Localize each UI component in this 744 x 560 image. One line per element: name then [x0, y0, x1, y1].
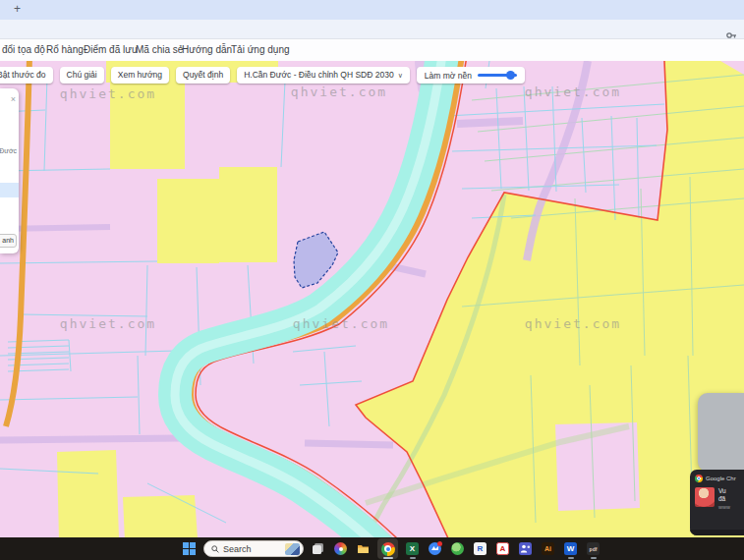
- panel-text-fragment: Đước: [0, 147, 17, 154]
- direction-button[interactable]: Xem hướng: [111, 67, 169, 84]
- photos-app-icon[interactable]: [332, 538, 349, 559]
- svg-text:qhviet.com: qhviet.com: [60, 86, 156, 101]
- task-view-icon[interactable]: [310, 538, 326, 559]
- notification-footer: [690, 530, 744, 535]
- acrobat-app-icon[interactable]: A: [494, 538, 511, 559]
- file-explorer-icon[interactable]: [355, 538, 372, 559]
- panel-highlight-row[interactable]: [0, 183, 19, 197]
- messenger-icon[interactable]: [427, 538, 443, 559]
- chrome-icon: [695, 475, 703, 482]
- nav-item-doi-toa-do[interactable]: đổi tọa độ: [2, 39, 45, 61]
- nav-item-ma-chia-se[interactable]: Mã chia sẻ: [136, 39, 183, 61]
- notification-app-name: Google Chr: [706, 476, 736, 481]
- panel-button-fragment[interactable]: anh: [0, 234, 17, 248]
- left-panel: × Đước anh: [0, 88, 19, 253]
- nav-item-tai-ung-dung[interactable]: Tải ứng dụng: [231, 39, 290, 61]
- notification-line2: đã: [718, 495, 730, 503]
- search-icon: [211, 545, 219, 553]
- site-nav: đổi tọa độ Rổ hàng Điểm đã lưu Mã chia s…: [0, 39, 744, 61]
- browser-toolbar: [0, 20, 744, 39]
- nav-item-huong-dan[interactable]: Hướng dẫn: [182, 39, 232, 61]
- screen: + đổi tọa độ Rổ hàng Điểm đã lưu Mã chia…: [0, 0, 744, 560]
- notification-header: Google Chr: [695, 475, 742, 482]
- decision-button[interactable]: Quyết định: [176, 67, 230, 84]
- nav-item-diem-da-luu[interactable]: Điểm đã lưu: [84, 39, 138, 61]
- word-icon[interactable]: W: [562, 538, 579, 559]
- svg-text:qhviet.com: qhviet.com: [525, 84, 621, 99]
- zoning-map[interactable]: qhviet.com qhviet.com qhviet.com qhviet.…: [0, 61, 744, 560]
- chrome-icon[interactable]: [377, 538, 398, 559]
- notification-body: Vu đã www: [695, 487, 742, 511]
- coccoc-browser-icon[interactable]: [449, 538, 466, 559]
- notification-url: www: [718, 503, 730, 511]
- nav-item-ro-hang[interactable]: Rổ hàng: [46, 39, 84, 61]
- opacity-slider-knob[interactable]: [506, 71, 515, 80]
- layer-selector[interactable]: H.Cần Đước - Điều chỉnh QH SDĐ 2030∨: [237, 67, 410, 84]
- opacity-label: Làm mờ nền: [425, 71, 472, 81]
- chrome-notification[interactable]: Google Chr Vu đã www: [690, 470, 744, 535]
- teams-icon[interactable]: [517, 538, 534, 559]
- opacity-slider[interactable]: [478, 74, 517, 77]
- svg-text:qhviet.com: qhviet.com: [293, 316, 389, 331]
- r-app-icon[interactable]: R: [472, 538, 488, 559]
- legend-button[interactable]: Chú giải: [60, 67, 104, 84]
- illustrator-icon[interactable]: Ai: [540, 538, 556, 559]
- close-icon[interactable]: ×: [11, 94, 16, 104]
- excel-icon[interactable]: X: [404, 538, 421, 559]
- taskbar: Search X: [0, 537, 744, 560]
- svg-text:qhviet.com: qhviet.com: [291, 84, 387, 99]
- measure-button[interactable]: Bật thước đo: [0, 67, 53, 84]
- chevron-down-icon: ∨: [398, 72, 403, 79]
- search-input[interactable]: Search: [203, 540, 304, 557]
- new-tab-button[interactable]: +: [14, 2, 21, 16]
- pdf-app-icon[interactable]: pdf: [585, 538, 601, 559]
- opacity-control: Làm mờ nền: [417, 67, 525, 84]
- map-area[interactable]: qhviet.com qhviet.com qhviet.com qhviet.…: [0, 61, 744, 560]
- notification-thumbnail: [695, 487, 715, 507]
- layer-selector-label: H.Cần Đước - Điều chỉnh QH SDĐ 2030: [244, 70, 394, 80]
- start-button[interactable]: [181, 538, 198, 559]
- svg-text:qhviet.com: qhviet.com: [60, 316, 156, 331]
- search-placeholder: Search: [223, 544, 281, 554]
- map-toolbar: Bật thước đo Chú giải Xem hướng Quyết đị…: [0, 67, 525, 84]
- preview-window[interactable]: [698, 393, 744, 472]
- notification-line1: Vu: [718, 487, 730, 495]
- browser-tabstrip: +: [0, 0, 744, 20]
- svg-text:qhviet.com: qhviet.com: [525, 316, 621, 331]
- search-daily-image[interactable]: [285, 543, 300, 555]
